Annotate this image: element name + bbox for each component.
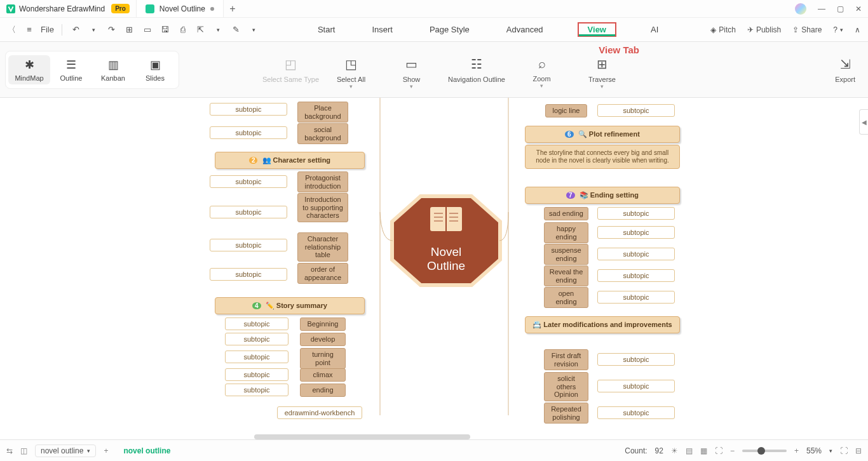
plot-description[interactable]: The storyline that connects every big an… [525,145,680,169]
workbench-node[interactable]: edrawmind-workbench [277,406,362,419]
zoom-slider[interactable] [742,450,787,452]
subtopic-turning[interactable]: turning point [300,348,346,369]
menu-insert[interactable]: Insert [369,21,395,38]
leaf-subtopic[interactable]: subtopic [597,226,675,239]
topic-ending-setting[interactable]: 7 📚 Ending setting [525,187,680,204]
leaf-subtopic[interactable]: subtopic [225,351,288,363]
zoom-button[interactable]: ⌕Zoom▾ [512,50,572,90]
subtopic-relationship[interactable]: Character relationship table [297,232,348,262]
central-topic[interactable]: Novel Outline [389,193,503,288]
navigation-outline-button[interactable]: ☷Navigation Outline [442,50,512,90]
subtopic-develop[interactable]: develop [300,333,346,346]
maximize-button[interactable]: ▢ [837,4,844,13]
minimize-button[interactable]: — [818,4,825,13]
leaf-subtopic[interactable]: subtopic [210,175,287,188]
subtopic-reveal-ending[interactable]: Reveal the ending [544,265,588,286]
publish-button[interactable]: ✈Publish [747,25,781,34]
subtopic-protagonist[interactable]: Protagonist introduction [297,171,348,192]
subtopic-logic-line[interactable]: logic line [545,104,587,117]
leaf-subtopic[interactable]: subtopic [597,380,675,392]
leaf-subtopic[interactable]: subtopic [225,368,288,381]
edit-more-icon[interactable]: ▾ [248,27,261,33]
user-avatar-icon[interactable] [795,3,806,15]
subtopic-ending[interactable]: ending [300,384,346,397]
file-menu[interactable]: File [41,25,54,34]
leaf-subtopic[interactable]: subtopic [210,126,287,139]
zoom-in-button[interactable]: + [794,446,799,455]
subtopic-suspense-ending[interactable]: suspense ending [544,244,588,265]
leaf-subtopic[interactable]: subtopic [597,269,675,282]
app-tab[interactable]: Wondershare EdrawMind Pro [0,0,136,17]
undo-more-icon[interactable]: ▾ [88,27,100,33]
leaf-subtopic[interactable]: subtopic [597,104,675,117]
horizontal-scrollbar[interactable] [254,434,470,439]
mode-kanban[interactable]: ▥Kanban [92,55,134,84]
print-button[interactable]: ⎙ [177,25,189,34]
redo-button[interactable]: ↷ [105,25,118,34]
side-panel-toggle[interactable]: ◀ [859,109,868,135]
topic-story-summary[interactable]: 4 ✏️ Story summary [215,297,365,314]
outline-toggle-icon[interactable]: ⇆ [6,446,13,455]
leaf-subtopic[interactable]: subtopic [225,333,288,345]
back-button[interactable]: 〈 [5,24,18,36]
new-tab-button[interactable]: + [224,3,241,15]
leaf-subtopic[interactable]: subtopic [210,103,287,116]
share-button[interactable]: ⇪Share [792,25,822,34]
edit-button[interactable]: ✎ [230,25,243,34]
theme-icon[interactable]: ☀ [671,446,678,455]
mode-mindmap[interactable]: ✱MindMap [8,55,50,84]
undo-button[interactable]: ↶ [70,25,83,34]
leaf-subtopic[interactable]: subtopic [210,268,287,281]
subtopic-repeated-polishing[interactable]: Repeated polishing [544,403,588,424]
document-tab[interactable]: Novel Outline [136,0,224,17]
subtopic-open-ending[interactable]: open ending [544,287,588,308]
subtopic-place-background[interactable]: Place background [297,102,348,123]
traverse-button[interactable]: ⊞Traverse▾ [572,50,632,90]
menu-view[interactable]: View [578,22,616,37]
subtopic-happy-ending[interactable]: happy ending [544,222,588,243]
breadcrumb[interactable]: novel outline [123,446,170,455]
subtopic-climax[interactable]: climax [300,368,346,382]
export-more-icon[interactable]: ▾ [212,27,225,33]
document-selector[interactable]: novel outline▾ [35,444,96,457]
add-page-button[interactable]: + [104,446,108,455]
fit-icon[interactable]: ⛶ [715,446,722,455]
split-view-icon[interactable]: ◫ [20,446,27,455]
subtopic-first-draft[interactable]: First draft revision [544,349,588,370]
menu-ai[interactable]: AI [648,21,661,38]
subtopic-beginning[interactable]: Beginning [300,317,346,331]
topic-character-setting[interactable]: 2 👥 Character setting [215,152,365,169]
subtopic-sad-ending[interactable]: sad ending [544,207,588,220]
leaf-subtopic[interactable]: subtopic [210,206,287,218]
leaf-subtopic[interactable]: subtopic [210,239,287,251]
subtopic-appearance[interactable]: order of appearance [297,263,348,284]
fullscreen-icon[interactable]: ⛶ [840,446,848,455]
open-button[interactable]: ▭ [141,25,154,34]
menu-page-style[interactable]: Page Style [427,21,472,38]
mode-slides[interactable]: ▣Slides [134,55,176,84]
topic-plot-refinement[interactable]: 6 🔍 Plot refinement [525,126,680,143]
zoom-out-button[interactable]: − [730,446,735,455]
subtopic-social-background[interactable]: social background [297,123,348,144]
zoom-value[interactable]: 55% [806,446,822,455]
subtopic-supporting[interactable]: Introduction to supporting characters [297,193,348,222]
leaf-subtopic[interactable]: subtopic [597,248,675,260]
save-button[interactable]: 🖫 [159,25,172,34]
leaf-subtopic[interactable]: subtopic [597,353,675,366]
show-button[interactable]: ▭Show▾ [381,50,442,90]
leaf-subtopic[interactable]: subtopic [597,291,675,304]
minimize-panel-icon[interactable]: ⊟ [855,446,862,455]
leaf-subtopic[interactable]: subtopic [225,384,288,396]
pitch-button[interactable]: ◈Pitch [710,25,736,34]
close-button[interactable]: ✕ [855,4,862,13]
mode-outline[interactable]: ☰Outline [50,55,92,84]
collapse-ribbon-button[interactable]: ∧ [855,25,860,34]
canvas[interactable]: Novel Outline Place background subtopic … [0,98,868,439]
leaf-subtopic[interactable]: subtopic [597,406,675,419]
select-all-button[interactable]: ◳Select All▾ [321,50,381,90]
leaf-subtopic[interactable]: subtopic [225,317,288,330]
subtopic-solicit-opinion[interactable]: solicit others Opinion [544,372,588,401]
menu-start[interactable]: Start [315,21,337,38]
new-button[interactable]: ⊞ [123,25,136,34]
note-view-icon[interactable]: ▤ [686,446,693,455]
